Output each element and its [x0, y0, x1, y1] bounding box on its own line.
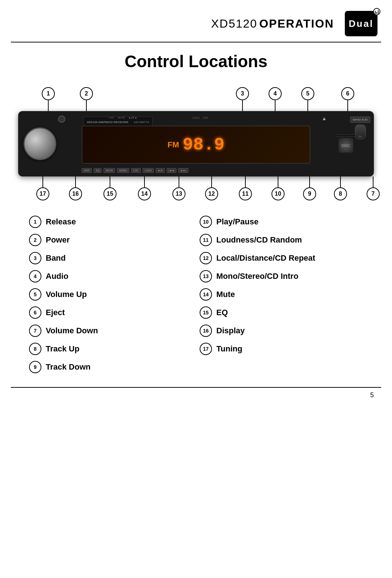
line-6 — [347, 100, 348, 111]
num-15-below: 15 — [103, 176, 117, 200]
eject-btn[interactable]: ▲ — [322, 115, 327, 121]
ctrl-circle-4: 4 — [29, 270, 41, 282]
circle-1: 1 — [42, 87, 55, 100]
control-item-8: 8 Track Up — [29, 340, 200, 358]
ctrl-label-7: Volume Down — [46, 326, 98, 335]
ctrl-circle-5: 5 — [29, 288, 41, 301]
brand-label: XDS120 AM/FM/CD RECEIVER — [87, 121, 128, 124]
vol-label: VOL — [358, 135, 363, 138]
num-12-below: 12 — [205, 176, 218, 200]
logo-text: Dual — [349, 18, 373, 29]
ctrl-circle-9: 9 — [29, 361, 41, 373]
disc-icon: DISC — [339, 138, 353, 153]
circle-12: 12 — [205, 187, 218, 200]
play-pause-btn[interactable]: ►/II — [156, 168, 165, 173]
num-6-above: 6 — [341, 87, 354, 111]
num-9-below: 9 — [303, 176, 316, 200]
mute-btn[interactable]: MUTE — [103, 168, 115, 173]
circle-4: 4 — [269, 87, 282, 100]
radio-diagram: 1 2 3 4 5 6 — [15, 78, 377, 209]
ctrl-label-8: Track Up — [46, 344, 79, 354]
num-2-above: 2 — [80, 87, 93, 111]
eq-btn[interactable]: EQ — [94, 168, 102, 173]
num-10-below: 10 — [271, 176, 285, 200]
circle-15: 15 — [103, 187, 117, 200]
tuning-knob[interactable] — [24, 127, 56, 160]
ctrl-label-4: Audio — [46, 272, 68, 281]
disc-slot — [336, 135, 356, 137]
num-1-above: 1 — [42, 87, 55, 111]
radio-unit: XDS120 AM/FM/CD RECEIVER 100 WATTS FM 98… — [18, 111, 374, 176]
line-2 — [86, 100, 87, 111]
line-4 — [275, 100, 275, 111]
control-item-5: 5 Volume Up — [29, 285, 200, 304]
bottom-buttons-row: DISP EQ MUTE MONO LOC LOUD ►/II |◄◄ ►►| — [82, 168, 310, 173]
ctrl-circle-2: 2 — [29, 234, 41, 246]
num-3-above: 3 — [236, 87, 249, 111]
control-item-10: 10 Play/Pause — [200, 213, 370, 231]
header: XD5120 OPERATION Dual — [0, 0, 392, 42]
line-15 — [110, 176, 110, 187]
circle-2: 2 — [80, 87, 93, 100]
ctrl-label-12: Local/Distance/CD Repeat — [216, 253, 315, 263]
line-8 — [340, 176, 341, 187]
power-btn[interactable] — [58, 115, 65, 123]
fm-label: FM — [168, 140, 179, 150]
circle-11: 11 — [239, 187, 252, 200]
num-17-below: 17 — [36, 176, 49, 200]
ctrl-label-10: Play/Pause — [216, 217, 258, 227]
ctrl-circle-16: 16 — [200, 325, 212, 337]
loc-btn[interactable]: LOC — [131, 168, 140, 173]
logo-trademark — [373, 8, 380, 15]
page-number: 5 — [370, 391, 374, 399]
ctrl-label-1: Release — [46, 217, 76, 227]
next-btn[interactable]: ►►| — [178, 168, 188, 173]
ctrl-label-6: Eject — [46, 308, 65, 317]
ctrl-label-16: Display — [216, 326, 245, 335]
page-title-section: Control Locations — [0, 42, 392, 78]
watts-label: 100 WATTS — [134, 121, 149, 124]
top-indicators: LOC MUTE ►ST◄ — [109, 117, 137, 119]
ctrl-circle-7: 7 — [29, 325, 41, 337]
control-item-11: 11 Loudness/CD Random — [200, 231, 370, 249]
ctrl-label-3: Band — [46, 253, 66, 263]
control-item-12: 12 Local/Distance/CD Repeat — [200, 249, 370, 267]
num-11-below: 11 — [239, 176, 252, 200]
line-3 — [242, 100, 243, 111]
ctrl-label-11: Loudness/CD Random — [216, 235, 302, 245]
control-item-4: 4 Audio — [29, 267, 200, 285]
mono-btn[interactable]: MONO — [117, 168, 129, 173]
ctrl-circle-10: 10 — [200, 216, 212, 228]
circle-13: 13 — [172, 187, 185, 200]
ctrl-label-13: Mono/Stereo/CD Intro — [216, 272, 298, 281]
num-8-below: 8 — [334, 176, 347, 200]
band-btn[interactable]: BAND AUD — [350, 117, 370, 123]
circle-17: 17 — [36, 187, 49, 200]
numbers-above-row: 1 2 3 4 5 6 — [22, 78, 370, 111]
circle-14: 14 — [138, 187, 151, 200]
disc-label: DISC — [342, 143, 350, 147]
control-item-1: 1 Release — [29, 213, 200, 231]
control-item-16: 16 Display — [200, 322, 370, 340]
display-screen: FM 98.9 — [82, 126, 310, 164]
control-item-6: 6 Eject — [29, 304, 200, 322]
circle-7: 7 — [367, 187, 380, 200]
prev-btn[interactable]: |◄◄ — [167, 168, 177, 173]
frequency-display: 98.9 — [183, 135, 224, 155]
control-item-17: 17 Tuning — [200, 340, 370, 358]
disp-btn[interactable]: DISP — [82, 168, 92, 173]
volume-knob[interactable]: VOL — [355, 125, 366, 139]
ctrl-label-17: Tuning — [216, 344, 242, 354]
ctrl-circle-15: 15 — [200, 306, 212, 319]
num-14-below: 14 — [138, 176, 151, 200]
model-label: XD5120 — [211, 17, 258, 30]
numbers-below-row: 17 16 15 14 13 12 11 — [22, 176, 370, 209]
circle-10: 10 — [271, 187, 285, 200]
line-7 — [373, 176, 373, 187]
ctrl-circle-1: 1 — [29, 216, 41, 228]
ctrl-circle-14: 14 — [200, 288, 212, 301]
line-1 — [48, 100, 49, 111]
num-16-below: 16 — [69, 176, 82, 200]
loud-btn[interactable]: LOUD — [143, 168, 154, 173]
line-17 — [42, 176, 43, 187]
